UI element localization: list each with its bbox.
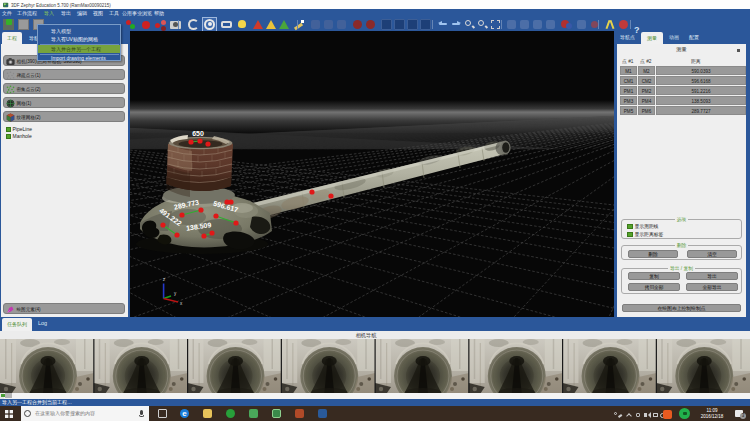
svg-text:650: 650 [192, 130, 204, 137]
